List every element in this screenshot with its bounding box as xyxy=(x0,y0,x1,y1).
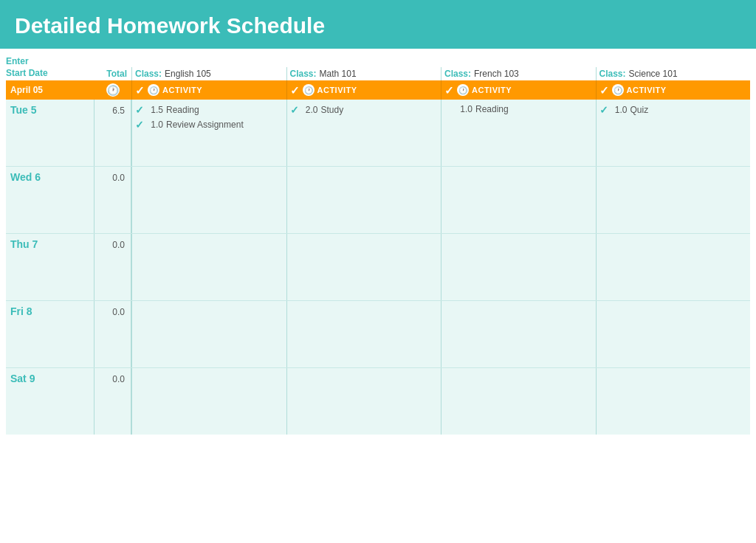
total-cell-2: 0.0 xyxy=(94,234,131,300)
science-activity-header: ✓ 🕐 ACTIVITY xyxy=(596,80,751,100)
check-icon-english: ✓ xyxy=(135,85,145,96)
class-col-english: Class: English 105 xyxy=(131,67,286,80)
entry-hours: 2.0 xyxy=(303,105,318,115)
entry-name: Study xyxy=(321,105,344,115)
data-row-4: Sat 90.0 xyxy=(6,368,750,435)
date-value: April 05 xyxy=(10,85,43,95)
class-data-science-4 xyxy=(596,368,751,435)
entry-hours: 1.0 xyxy=(458,104,472,114)
data-rows-container: Tue 56.5✓1.5Reading✓1.0Review Assignment… xyxy=(6,100,750,435)
class-data-french-0: 1.0Reading xyxy=(441,100,596,166)
class-name-math: Math 101 xyxy=(320,69,357,79)
activity-label-english: ACTIVITY xyxy=(162,86,202,94)
entry-check-icon: ✓ xyxy=(135,104,145,116)
check-icon-science: ✓ xyxy=(599,85,609,96)
english-activity-header: ✓ 🕐 ACTIVITY xyxy=(131,80,286,100)
schedule-container: EnterStart Date Total Class: English 105… xyxy=(0,49,756,435)
entry-check-icon: ✓ xyxy=(135,119,145,131)
clock-icon-french: 🕐 xyxy=(457,84,469,96)
class-col-french: Class: French 103 xyxy=(441,67,596,80)
activity-entry: ✓1.0Review Assignment xyxy=(135,117,284,132)
activity-entry: ✓2.0Study xyxy=(290,103,439,117)
class-col-math: Class: Math 101 xyxy=(286,67,441,80)
day-cell-0: Tue 5 xyxy=(6,100,94,166)
total-cell-4: 0.0 xyxy=(94,368,131,435)
class-word-english: Class: xyxy=(135,69,162,79)
page-header: Detailed Homework Schedule xyxy=(0,0,756,49)
entry-name: Reading xyxy=(475,104,509,114)
clock-icon-english: 🕐 xyxy=(148,84,159,96)
class-label-math: Class: Math 101 xyxy=(287,67,441,80)
class-col-science: Class: Science 101 xyxy=(596,67,751,80)
entry-hours: 1.0 xyxy=(148,120,163,130)
class-data-science-2 xyxy=(596,234,751,300)
data-row-1: Wed 60.0 xyxy=(6,167,750,234)
clock-icon-total xyxy=(106,83,120,97)
class-name-french: French 103 xyxy=(474,69,519,79)
total-header-label: Total xyxy=(94,69,131,80)
class-word-math: Class: xyxy=(290,69,317,79)
total-cell-0: 6.5 xyxy=(94,100,131,166)
class-name-english: English 105 xyxy=(165,69,211,79)
class-data-english-3 xyxy=(131,301,286,367)
total-cell-1: 0.0 xyxy=(94,167,131,233)
class-label-science: Class: Science 101 xyxy=(597,67,751,80)
math-activity-header: ✓ 🕐 ACTIVITY xyxy=(286,80,441,100)
class-label-english: Class: English 105 xyxy=(132,67,286,80)
entry-check-icon: ✓ xyxy=(290,104,300,116)
class-word-science: Class: xyxy=(599,69,626,79)
class-data-french-1 xyxy=(441,167,596,233)
class-data-math-1 xyxy=(286,167,441,233)
entry-name: Review Assignment xyxy=(166,120,244,130)
day-cell-4: Sat 9 xyxy=(6,368,94,435)
clock-icon-science: 🕐 xyxy=(612,84,624,96)
class-data-science-1 xyxy=(596,167,751,233)
french-activity-header: ✓ 🕐 ACTIVITY xyxy=(441,80,596,100)
class-data-french-4 xyxy=(441,368,596,435)
data-row-0: Tue 56.5✓1.5Reading✓1.0Review Assignment… xyxy=(6,100,750,167)
entry-name: Quiz xyxy=(630,105,649,115)
label-row: EnterStart Date Total Class: English 105… xyxy=(6,56,750,80)
clock-icon-math: 🕐 xyxy=(303,84,315,96)
class-data-math-4 xyxy=(286,368,441,435)
class-data-math-0: ✓2.0Study xyxy=(286,100,441,166)
class-data-math-3 xyxy=(286,301,441,367)
class-data-english-2 xyxy=(131,234,286,300)
class-data-french-2 xyxy=(441,234,596,300)
date-input-cell[interactable]: April 05 xyxy=(6,80,94,100)
class-data-english-0: ✓1.5Reading✓1.0Review Assignment xyxy=(131,100,286,166)
page-title: Detailed Homework Schedule xyxy=(15,13,741,38)
activity-entry: ✓1.5Reading xyxy=(135,103,284,117)
orange-header-row: April 05 ✓ 🕐 ACTIVITY ✓ 🕐 ACTIVITY ✓ 🕐 A… xyxy=(6,80,750,100)
class-data-math-2 xyxy=(286,234,441,300)
check-icon-math: ✓ xyxy=(290,85,300,96)
entry-name: Reading xyxy=(166,105,199,115)
activity-entry: ✓1.0Quiz xyxy=(599,103,748,117)
data-row-2: Thu 70.0 xyxy=(6,234,750,301)
class-name-science: Science 101 xyxy=(629,69,678,79)
activity-entry: 1.0Reading xyxy=(444,103,593,116)
day-cell-1: Wed 6 xyxy=(6,167,94,233)
day-cell-2: Thu 7 xyxy=(6,234,94,300)
check-icon-french: ✓ xyxy=(444,85,454,96)
date-header-label: EnterStart Date xyxy=(6,56,94,80)
class-word-french: Class: xyxy=(444,69,471,79)
class-label-french: Class: French 103 xyxy=(441,67,596,80)
total-clock-cell xyxy=(94,80,131,100)
day-cell-3: Fri 8 xyxy=(6,301,94,367)
class-data-science-0: ✓1.0Quiz xyxy=(596,100,751,166)
activity-label-math: ACTIVITY xyxy=(317,86,357,94)
class-data-english-4 xyxy=(131,368,286,435)
entry-hours: 1.0 xyxy=(613,105,628,115)
class-data-science-3 xyxy=(596,301,751,367)
activity-label-science: ACTIVITY xyxy=(627,86,667,94)
class-data-english-1 xyxy=(131,167,286,233)
entry-check-icon: ✓ xyxy=(599,104,610,116)
activity-label-french: ACTIVITY xyxy=(472,86,512,94)
data-row-3: Fri 80.0 xyxy=(6,301,750,368)
class-data-french-3 xyxy=(441,301,596,367)
entry-hours: 1.5 xyxy=(148,105,163,115)
total-cell-3: 0.0 xyxy=(94,301,131,367)
